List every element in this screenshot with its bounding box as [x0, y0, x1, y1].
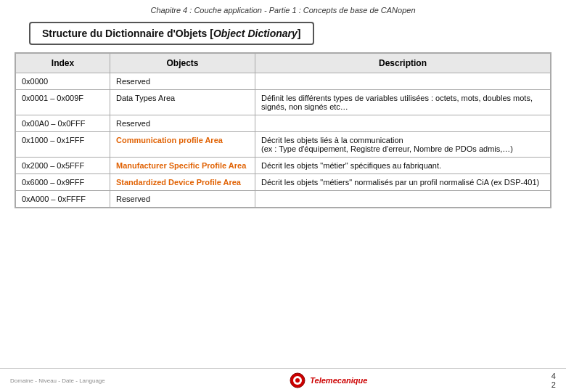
cell-objects: Reserved — [110, 191, 255, 208]
cell-desc — [255, 115, 551, 132]
table-row: 0x2000 – 0x5FFFManufacturer Specific Pro… — [16, 158, 551, 174]
cell-desc: Décrit les objets "métiers" normalisés p… — [255, 174, 551, 191]
footer-left-text: Domaine - Niveau - Date - Language — [10, 377, 105, 384]
cell-desc — [255, 191, 551, 208]
col-header-desc: Description — [255, 54, 551, 73]
col-header-index: Index — [16, 54, 110, 73]
title-italic: Object Dictionary — [213, 28, 298, 39]
table-row: 0x6000 – 0x9FFFStandardized Device Profi… — [16, 174, 551, 191]
header-subtitle: Chapitre 4 : Couche application - Partie… — [150, 6, 415, 15]
cell-index: 0xA000 – 0xFFFF — [16, 191, 110, 208]
footer-page: 42 — [551, 372, 556, 389]
cell-index: 0x00A0 – 0x0FFF — [16, 115, 110, 132]
cell-objects: Reserved — [110, 73, 255, 90]
cell-desc — [255, 73, 551, 90]
logo-label: Telemecanique — [310, 376, 367, 385]
title-box: Structure du Dictionnaire d'Objets [Obje… — [29, 22, 314, 45]
cell-index: 0x0001 – 0x009F — [16, 90, 110, 115]
cell-objects: Reserved — [110, 115, 255, 132]
title-close: ] — [298, 28, 301, 39]
telemecanique-icon — [289, 372, 306, 389]
cell-objects: Manufacturer Specific Profile Area — [110, 158, 255, 174]
cell-index: 0x6000 – 0x9FFF — [16, 174, 110, 191]
page-header: Chapitre 4 : Couche application - Partie… — [0, 0, 566, 17]
cell-index: 0x1000 – 0x1FFF — [16, 132, 110, 158]
cell-index: 0x2000 – 0x5FFF — [16, 158, 110, 174]
footer: Domaine - Niveau - Date - Language Telem… — [0, 368, 566, 392]
cell-desc: Définit les différents types de variable… — [255, 90, 551, 115]
cell-desc: Décrit les objets liés à la communicatio… — [255, 132, 551, 158]
footer-logo: Telemecanique — [289, 372, 367, 389]
cell-objects: Data Types Area — [110, 90, 255, 115]
table-row: 0xA000 – 0xFFFFReserved — [16, 191, 551, 208]
table-row: 0x0000Reserved — [16, 73, 551, 90]
cell-index: 0x0000 — [16, 73, 110, 90]
table-row: 0x00A0 – 0x0FFFReserved — [16, 115, 551, 132]
cell-objects: Communication profile Area — [110, 132, 255, 158]
cell-desc: Décrit les objets "métier" spécifiques a… — [255, 158, 551, 174]
table-row: 0x1000 – 0x1FFFCommunication profile Are… — [16, 132, 551, 158]
title-text: Structure du Dictionnaire d'Objets [ — [42, 28, 213, 39]
col-header-objects: Objects — [110, 54, 255, 73]
svg-point-2 — [295, 378, 300, 383]
object-dictionary-table: Index Objects Description 0x0000Reserved… — [15, 52, 551, 208]
cell-objects: Standardized Device Profile Area — [110, 174, 255, 191]
table-row: 0x0001 – 0x009FData Types AreaDéfinit le… — [16, 90, 551, 115]
